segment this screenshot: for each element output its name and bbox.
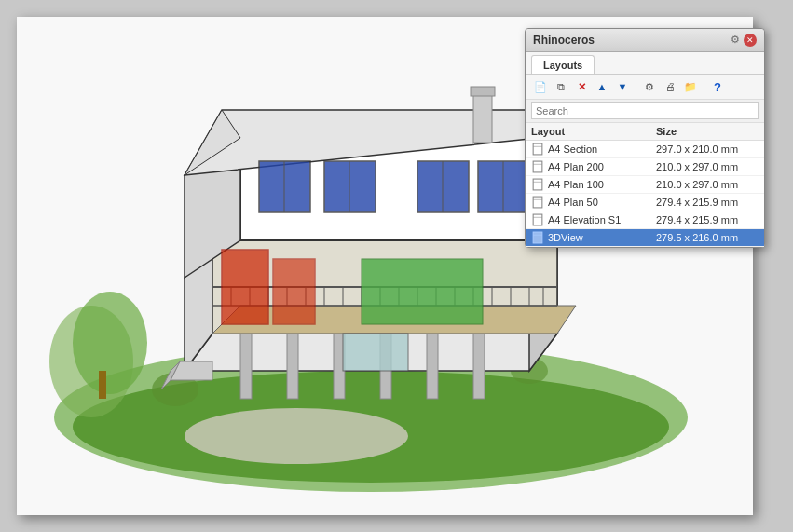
- list-header: Layout Size: [526, 123, 764, 141]
- layout-size: 297.0 x 210.0 mm: [656, 143, 759, 155]
- svg-rect-56: [473, 91, 492, 143]
- close-icon[interactable]: ✕: [744, 34, 757, 47]
- page-icon: [531, 196, 544, 209]
- svg-rect-57: [471, 87, 495, 96]
- layout-size: 279.5 x 216.0 mm: [656, 232, 759, 243]
- svg-rect-61: [362, 259, 483, 324]
- search-input[interactable]: [531, 102, 759, 119]
- layout-size: 279.4 x 215.9 mm: [656, 197, 759, 208]
- svg-rect-64: [533, 143, 542, 155]
- list-item[interactable]: A4 Plan 50 279.4 x 215.9 mm: [526, 194, 764, 211]
- rhinoceros-panel: Rhinoceros ⚙ ✕ Layouts 📄 ⧉ ✕ ▲ ▼ ⚙ 🖨 📁 ?…: [525, 28, 765, 248]
- svg-rect-74: [533, 232, 542, 243]
- list-item[interactable]: A4 Elevation S1 279.4 x 215.9 mm: [526, 211, 764, 229]
- tab-bar: Layouts: [526, 52, 764, 75]
- header-layout: Layout: [531, 126, 656, 137]
- svg-rect-15: [240, 324, 252, 399]
- page-icon: [531, 160, 544, 173]
- titlebar-icons: ⚙ ✕: [731, 34, 757, 47]
- layout-name: A4 Plan 200: [548, 161, 656, 172]
- layout-name: A4 Elevation S1: [548, 214, 656, 225]
- svg-point-5: [73, 292, 147, 394]
- layout-list: A4 Section 297.0 x 210.0 mm A4 Plan 200 …: [526, 141, 764, 247]
- page-icon: [531, 178, 544, 191]
- new-layout-button[interactable]: 📄: [531, 77, 550, 96]
- layout-size: 279.4 x 215.9 mm: [656, 214, 759, 225]
- svg-rect-68: [533, 179, 542, 190]
- list-item[interactable]: A4 Section 297.0 x 210.0 mm: [526, 141, 764, 158]
- svg-rect-20: [473, 324, 485, 399]
- folder-button[interactable]: 📁: [681, 77, 700, 96]
- settings-button[interactable]: ⚙: [640, 77, 659, 96]
- svg-rect-19: [427, 324, 438, 399]
- layout-size: 210.0 x 297.0 mm: [656, 161, 759, 172]
- list-item-selected[interactable]: 3DView 279.5 x 216.0 mm: [526, 229, 764, 247]
- print-button[interactable]: 🖨: [661, 77, 679, 96]
- header-size: Size: [656, 126, 759, 137]
- svg-rect-70: [533, 197, 542, 208]
- panel-title: Rhinoceros: [533, 34, 595, 47]
- help-button[interactable]: ?: [708, 77, 727, 96]
- svg-rect-58: [222, 250, 268, 324]
- page-icon-selected: [531, 231, 544, 244]
- layout-name: A4 Plan 50: [548, 197, 656, 208]
- delete-layout-button[interactable]: ✕: [572, 77, 591, 96]
- move-down-button[interactable]: ▼: [613, 77, 632, 96]
- layout-name: A4 Plan 100: [548, 179, 656, 190]
- svg-rect-6: [99, 371, 106, 399]
- search-area: [526, 100, 764, 123]
- svg-rect-60: [343, 334, 408, 371]
- gear-icon[interactable]: ⚙: [731, 34, 740, 47]
- duplicate-layout-button[interactable]: ⧉: [552, 77, 570, 96]
- toolbar-separator-2: [704, 79, 704, 94]
- list-item[interactable]: A4 Plan 100 210.0 x 297.0 mm: [526, 176, 764, 194]
- svg-rect-59: [273, 259, 315, 324]
- svg-rect-16: [287, 324, 298, 399]
- svg-rect-72: [533, 214, 542, 225]
- layout-name: 3DView: [548, 232, 656, 243]
- page-icon: [531, 143, 544, 156]
- layout-name: A4 Section: [548, 143, 656, 155]
- tab-layouts[interactable]: Layouts: [531, 55, 595, 74]
- toolbar-separator-1: [636, 79, 636, 94]
- page-icon: [531, 213, 544, 226]
- list-item[interactable]: A4 Plan 200 210.0 x 297.0 mm: [526, 158, 764, 176]
- layout-size: 210.0 x 297.0 mm: [656, 179, 759, 190]
- svg-point-3: [185, 408, 408, 464]
- toolbar: 📄 ⧉ ✕ ▲ ▼ ⚙ 🖨 📁 ?: [526, 75, 764, 100]
- svg-rect-66: [533, 161, 542, 172]
- panel-titlebar: Rhinoceros ⚙ ✕: [526, 29, 764, 52]
- move-up-button[interactable]: ▲: [593, 77, 611, 96]
